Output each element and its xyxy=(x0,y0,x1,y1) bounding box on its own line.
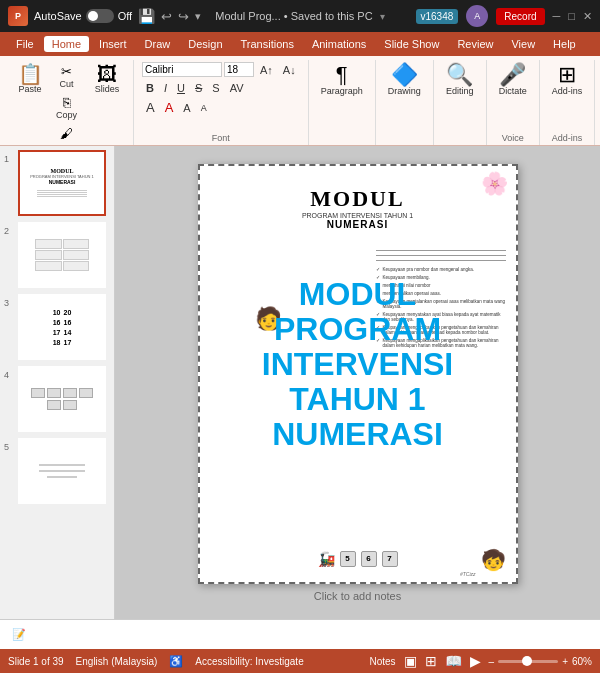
editing-button[interactable]: 🔍 Editing xyxy=(442,62,478,98)
zoom-level: 60% xyxy=(572,656,592,667)
slides-icon: 🖼 xyxy=(97,64,117,84)
autosave-toggle[interactable] xyxy=(86,9,114,23)
zoom-out-btn[interactable]: – xyxy=(489,656,495,667)
slide-num-1: 1 xyxy=(4,154,14,164)
redo-icon[interactable]: ↪ xyxy=(178,9,189,24)
title-text: Modul Prog... • Saved to this PC xyxy=(215,10,372,22)
notes-btn[interactable]: Notes xyxy=(369,656,395,667)
drawing-icon: 🔷 xyxy=(391,64,418,86)
menu-home[interactable]: Home xyxy=(44,36,89,52)
increase-font-btn[interactable]: A↑ xyxy=(256,63,277,77)
quick-access-more[interactable]: ▾ xyxy=(195,10,201,23)
add-notes-hint[interactable]: Click to add notes xyxy=(314,590,401,602)
format-painter-button[interactable]: 🖌 xyxy=(52,124,81,143)
dictate-button[interactable]: 🎤 Dictate xyxy=(495,62,531,98)
shadow-button[interactable]: S xyxy=(208,81,223,95)
slide-3-preview: 10 20 16 16 17 14 18 17 xyxy=(20,296,104,358)
accessibility-icon[interactable]: ♿ xyxy=(169,655,183,668)
slide-sorter-btn[interactable]: ⊞ xyxy=(425,653,437,669)
decrease-font-btn[interactable]: A↓ xyxy=(279,63,300,77)
title-chevron[interactable]: ▾ xyxy=(380,11,385,22)
dictate-label: Dictate xyxy=(499,86,527,96)
title-bar-left: P AutoSave Off 💾 ↩ ↪ ▾ xyxy=(8,6,203,26)
train-icon: 🚂 xyxy=(318,551,335,567)
slide-thumb-4[interactable]: 4 xyxy=(4,366,110,432)
paragraph-button[interactable]: ¶ Paragraph xyxy=(317,62,367,98)
ribbon-group-paragraph: ¶ Paragraph xyxy=(309,60,376,145)
slide-image-5[interactable] xyxy=(18,438,106,504)
highlight-color-btn[interactable]: A xyxy=(142,99,159,116)
slide-image-4[interactable] xyxy=(18,366,106,432)
font-format-row: B I U S S AV xyxy=(142,81,248,95)
ribbon-group-designer: 🎨 Designer xyxy=(595,60,600,145)
slide-canvas[interactable]: 🌸 MODUL PROGRAM INTERVENSI TAHUN 1 NUMER… xyxy=(198,164,518,584)
zoom-area: – + 60% xyxy=(489,656,592,667)
close-btn[interactable]: ✕ xyxy=(583,10,592,23)
ribbon-group-drawing: 🔷 Drawing xyxy=(376,60,434,145)
slide-thumb-5[interactable]: 5 xyxy=(4,438,110,504)
toggle-dot xyxy=(88,11,98,21)
strikethrough-button[interactable]: S xyxy=(191,81,206,95)
ribbon-group-addins: ⊞ Add-ins Add-ins xyxy=(540,60,596,145)
drawing-button[interactable]: 🔷 Drawing xyxy=(384,62,425,98)
font-color-btn[interactable]: A xyxy=(161,99,178,116)
format-painter-icon: 🖌 xyxy=(60,126,73,141)
user-avatar[interactable]: A xyxy=(466,5,488,27)
slide-thumb-2[interactable]: 2 xyxy=(4,222,110,288)
menu-file[interactable]: File xyxy=(8,36,42,52)
undo-icon[interactable]: ↩ xyxy=(161,9,172,24)
copy-button[interactable]: ⎘ Copy xyxy=(52,93,81,122)
slide-canvas-area: 🌸 MODUL PROGRAM INTERVENSI TAHUN 1 NUMER… xyxy=(115,146,600,619)
font-size-input[interactable] xyxy=(224,62,254,77)
bold-button[interactable]: B xyxy=(142,81,158,95)
slide-thumb-3[interactable]: 3 10 20 16 16 17 14 18 17 xyxy=(4,294,110,360)
menu-design[interactable]: Design xyxy=(180,36,230,52)
menu-slideshow[interactable]: Slide Show xyxy=(376,36,447,52)
status-right: Notes ▣ ⊞ 📖 ▶ – + 60% xyxy=(369,653,592,669)
zoom-slider[interactable] xyxy=(498,660,558,663)
menu-insert[interactable]: Insert xyxy=(91,36,135,52)
zoom-in-btn[interactable]: + xyxy=(562,656,568,667)
menu-animations[interactable]: Animations xyxy=(304,36,374,52)
title-bar: P AutoSave Off 💾 ↩ ↪ ▾ Modul Prog... • S… xyxy=(0,0,600,32)
record-button[interactable]: Record xyxy=(496,8,544,25)
minimize-btn[interactable]: ─ xyxy=(553,10,561,22)
paragraph-content: ¶ Paragraph xyxy=(317,62,367,141)
font-name-input[interactable] xyxy=(142,62,222,77)
font-size-a-small[interactable]: A xyxy=(197,102,211,114)
maximize-btn[interactable]: □ xyxy=(568,10,575,22)
slides-label: Slides xyxy=(95,84,120,94)
reading-view-btn[interactable]: 📖 xyxy=(445,653,462,669)
menu-review[interactable]: Review xyxy=(449,36,501,52)
cut-button[interactable]: ✂ Cut xyxy=(52,62,81,91)
menu-transitions[interactable]: Transitions xyxy=(233,36,302,52)
slides-button[interactable]: 🖼 Slides xyxy=(89,62,125,96)
copy-label: Copy xyxy=(56,110,77,120)
accessibility-info[interactable]: Accessibility: Investigate xyxy=(195,656,303,667)
slide-num-3: 3 xyxy=(4,298,14,308)
clipboard-content: 📋 Paste ✂ Cut ⎘ Copy 🖌 🖼 Slides xyxy=(12,62,125,143)
italic-button[interactable]: I xyxy=(160,81,171,95)
underline-button[interactable]: U xyxy=(173,81,189,95)
slide-image-2[interactable] xyxy=(18,222,106,288)
ribbon: 📋 Paste ✂ Cut ⎘ Copy 🖌 🖼 Slides xyxy=(0,56,600,146)
normal-view-btn[interactable]: ▣ xyxy=(404,653,417,669)
menu-help[interactable]: Help xyxy=(545,36,584,52)
bullet-text-1: Keupayaan pra nombor dan mengenal angka. xyxy=(383,267,475,272)
slide-thumb-1[interactable]: 1 MODUL PROGRAM INTERVENSI TAHUN 1 NUMER… xyxy=(4,150,110,216)
window-title: Modul Prog... • Saved to this PC ▾ xyxy=(203,10,398,22)
train-num-5: 5 xyxy=(340,551,356,567)
slide-main-title: MODUL xyxy=(200,186,516,212)
slide-image-3[interactable]: 10 20 16 16 17 14 18 17 xyxy=(18,294,106,360)
slide-1-preview: MODUL PROGRAM INTERVENSI TAHUN 1 NUMERAS… xyxy=(20,152,104,214)
slide-image-1[interactable]: MODUL PROGRAM INTERVENSI TAHUN 1 NUMERAS… xyxy=(18,150,106,216)
save-icon[interactable]: 💾 xyxy=(138,8,155,24)
paste-button[interactable]: 📋 Paste xyxy=(12,62,48,96)
preview-2-grid xyxy=(35,239,88,271)
menu-view[interactable]: View xyxy=(503,36,543,52)
menu-draw[interactable]: Draw xyxy=(137,36,179,52)
addins-button[interactable]: ⊞ Add-ins xyxy=(548,62,587,98)
slideshow-btn[interactable]: ▶ xyxy=(470,653,481,669)
font-size-a-big[interactable]: A xyxy=(179,101,194,115)
char-spacing-button[interactable]: AV xyxy=(226,81,248,95)
